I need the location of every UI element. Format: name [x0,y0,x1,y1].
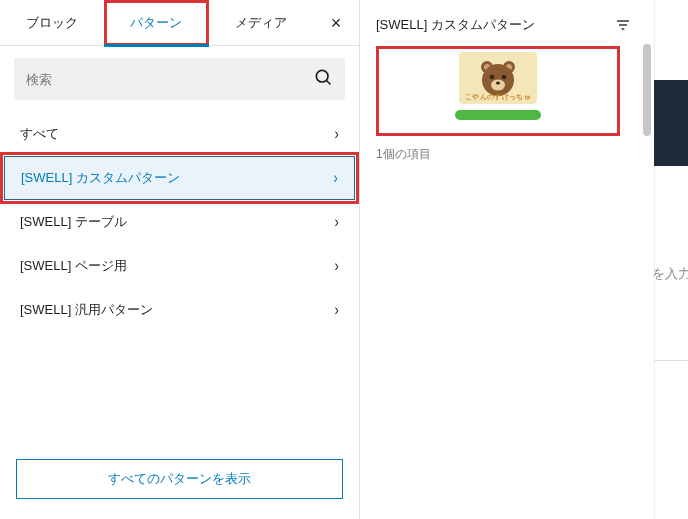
explore-wrap: すべてのパターンを表示 [16,459,343,499]
thumbnail-green-button [455,110,541,120]
svg-point-0 [316,70,328,82]
category-label: [SWELL] カスタムパターン [21,169,180,187]
category-swell-general[interactable]: [SWELL] 汎用パターン › [0,288,359,332]
tab-pattern[interactable]: パターン [104,0,208,46]
pattern-card[interactable]: こやんのすけっちゅ [376,46,620,136]
category-label: [SWELL] テーブル [20,213,127,231]
chevron-right-icon: › [334,213,338,231]
category-label: すべて [20,125,59,143]
tab-block[interactable]: ブロック [0,0,104,46]
tab-pattern-label: パターン [130,15,182,30]
tab-underline [104,44,208,47]
chevron-right-icon: › [334,301,338,319]
category-swell-page[interactable]: [SWELL] ページ用 › [0,244,359,288]
search-input[interactable] [26,72,313,87]
filter-icon[interactable] [614,16,632,34]
category-label: [SWELL] ページ用 [20,257,127,275]
category-swell-custom[interactable]: [SWELL] カスタムパターン › [4,156,355,200]
inserter-panel: ブロック パターン メディア × すべて › [0,0,360,519]
category-swell-table[interactable]: [SWELL] テーブル › [0,200,359,244]
pattern-thumbnail: こやんのすけっちゅ [450,52,546,130]
svg-point-10 [490,75,495,80]
chevron-right-icon: › [334,257,338,275]
right-panel: [SWELL] カスタムパターン [360,0,688,519]
editor-dark-block [654,80,688,166]
search-icon [313,67,333,92]
search-box[interactable] [14,58,345,100]
pattern-category-list: すべて › [SWELL] カスタムパターン › [SWELL] テーブル › … [0,108,359,336]
thumbnail-caption: こやんのすけっちゅ [459,92,537,102]
bear-illustration: こやんのすけっちゅ [459,52,537,104]
pattern-preview-column: [SWELL] カスタムパターン [360,0,640,519]
preview-header: [SWELL] カスタムパターン [376,14,632,36]
editor-divider [654,360,688,361]
inserter-tabs: ブロック パターン メディア × [0,0,359,46]
svg-point-11 [502,75,507,80]
category-all[interactable]: すべて › [0,112,359,156]
tab-media[interactable]: メディア [209,0,313,46]
spacer [0,336,359,459]
editor-placeholder-row: を入力 [652,260,688,288]
chevron-right-icon: › [334,125,338,143]
search-row [0,46,359,108]
item-count: 1個の項目 [376,146,632,163]
explore-all-patterns-button[interactable]: すべてのパターンを表示 [16,459,343,499]
svg-line-1 [327,80,331,84]
chevron-right-icon: › [333,169,337,187]
preview-title: [SWELL] カスタムパターン [376,16,535,34]
app-root: ブロック パターン メディア × すべて › [0,0,688,519]
editor-canvas-peek: を入力 [654,0,688,519]
scrollbar-track [643,44,651,264]
close-inserter-button[interactable]: × [313,0,359,46]
svg-point-13 [496,82,500,85]
scrollbar-thumb[interactable] [643,44,651,136]
editor-placeholder-text: を入力 [652,265,688,283]
svg-point-12 [491,80,505,91]
category-label: [SWELL] 汎用パターン [20,301,153,319]
